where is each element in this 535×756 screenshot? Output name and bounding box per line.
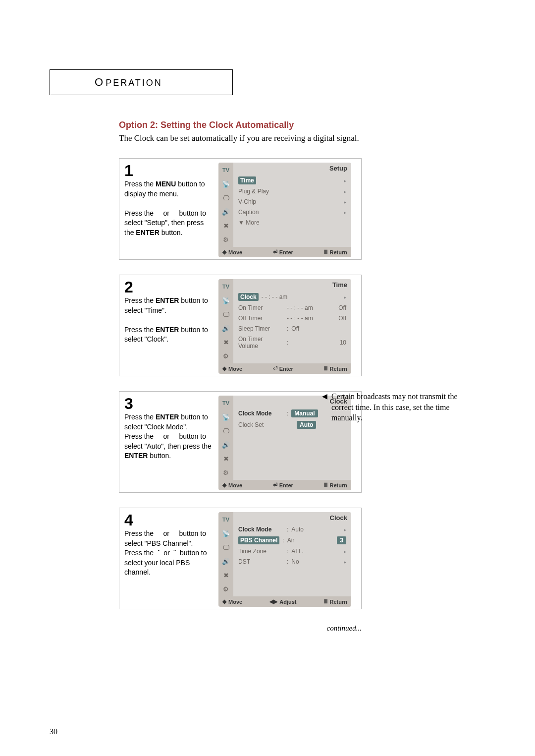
triangle-left-icon: ◀ (322, 391, 327, 423)
osd-row: Caption▸ (236, 208, 348, 217)
chevron-right-icon: ▸ (344, 527, 346, 532)
osd-row: On Timer- - : - - amOff (236, 303, 348, 312)
osd-footer-item: ◆Move (222, 482, 242, 488)
osd-row-label: Off Timer (238, 315, 284, 322)
osd-row-label: Sleep Timer (238, 325, 284, 332)
sliders-icon: ⚙ (219, 234, 232, 245)
osd-footer-item: ⅢReturn (324, 482, 347, 488)
osd-row: Time Zone:ATL.▸ (236, 547, 348, 556)
osd-row-label: V-Chip (238, 198, 284, 205)
updown-icon: ◆ (222, 365, 226, 372)
step-block: 1Press the MENU button to display the me… (119, 158, 362, 260)
return-icon: Ⅲ (324, 482, 328, 488)
osd-row-value: Auto (291, 526, 341, 533)
osd-row: Time▸ (236, 175, 348, 185)
osd-row-label: Caption (238, 209, 284, 216)
osd-row: Clock Mode:Auto▸ (236, 525, 348, 534)
chevron-right-icon: ▸ (344, 199, 346, 205)
osd-row-value2: Off (326, 315, 346, 322)
step-text: Press the or button to select "PBS Chann… (124, 529, 214, 578)
chevron-right-icon: ▸ (344, 559, 346, 565)
osd-row: Clock- - : - - am▸ (236, 292, 348, 302)
osd-screenshot: TV📡🖵🔊✖⚙ClockClock Mode:Auto▸PBS Channel:… (218, 512, 351, 607)
osd-row: V-Chip▸ (236, 197, 348, 206)
tools-icon: ✖ (219, 570, 232, 581)
TV-icon: TV (219, 514, 232, 525)
osd-row-label: ▼ More (238, 219, 284, 226)
osd-row-value: - - : - - am (287, 304, 323, 311)
osd-row-value: - - : - - am (262, 293, 341, 300)
osd-row: ▼ More (236, 218, 348, 227)
subheading: Option 2: Setting the Clock Automaticall… (119, 120, 485, 130)
osd-row-label: PBS Channel (238, 536, 279, 544)
leftright-icon: ◀▶ (269, 598, 277, 605)
osd-row-value: No (291, 558, 341, 565)
antenna-icon: 📡 (219, 411, 232, 422)
step-block: 4Press the or button to select "PBS Chan… (119, 508, 362, 609)
osd-row-value: 10 (291, 339, 346, 346)
monitor-icon: 🖵 (219, 542, 232, 553)
enter-icon: ⏎ (273, 365, 277, 372)
osd-row-label: Clock Mode (238, 526, 284, 533)
osd-row: On Timer Volume:10 (236, 335, 348, 350)
osd-footer-item: ⅢReturn (324, 365, 347, 372)
step-number: 1 (124, 163, 214, 178)
monitor-icon: 🖵 (219, 192, 232, 203)
osd-footer-item: ◆Move (222, 365, 242, 372)
osd-row-label: Time Zone (238, 548, 284, 555)
osd-row-label: Clock Set (238, 421, 284, 428)
osd-row-label: DST (238, 558, 284, 565)
side-note-text: Certain broadcasts may not transmit the … (331, 391, 476, 423)
step-number: 2 (124, 279, 214, 295)
osd-row: Off Timer- - : - - amOff (236, 314, 348, 323)
step-block: 2Press the ENTER button to select "Time"… (119, 275, 362, 376)
osd-row-value: - - : - - am (287, 315, 323, 322)
osd-row-label: Clock Mode (238, 410, 284, 417)
osd-screenshot: TV📡🖵🔊✖⚙SetupTime▸Plug & Play▸V-Chip▸Capt… (218, 163, 351, 257)
osd-row-label: Time (238, 176, 256, 184)
continued-label: continued... (119, 624, 362, 633)
osd-footer-item: ⏎Enter (273, 249, 293, 255)
step-text: Press the MENU button to display the men… (124, 179, 214, 238)
osd-row: DST:No▸ (236, 557, 348, 566)
enter-icon: ⏎ (273, 482, 277, 488)
speaker-icon: 🔊 (219, 323, 232, 334)
osd-footer: ◆Move◀▶AdjustⅢReturn (218, 596, 351, 607)
osd-highlighted-value: Auto (297, 421, 316, 429)
step-number: 3 (124, 396, 214, 411)
osd-row-value2: 3 (337, 536, 346, 544)
speaker-icon: 🔊 (219, 206, 232, 217)
osd-footer-item: ◀▶Adjust (269, 598, 296, 605)
monitor-icon: 🖵 (219, 425, 232, 436)
monitor-icon: 🖵 (219, 309, 232, 320)
section-header-rest: PERATION (106, 78, 162, 88)
osd-footer-item: ⏎Enter (273, 482, 293, 488)
sliders-icon: ⚙ (219, 583, 232, 594)
osd-row-label: Clock (238, 293, 259, 301)
chevron-right-icon: ▸ (344, 189, 346, 194)
sliders-icon: ⚙ (219, 350, 232, 361)
tools-icon: ✖ (219, 453, 232, 464)
chevron-right-icon: ▸ (344, 549, 346, 554)
side-note: ◀Certain broadcasts may not transmit the… (322, 391, 476, 423)
step-text: Press the ENTER button to select "Time".… (124, 296, 214, 345)
antenna-icon: 📡 (219, 528, 232, 539)
TV-icon: TV (219, 281, 232, 292)
osd-footer-item: ⅢReturn (324, 249, 347, 255)
step-number: 4 (124, 512, 214, 528)
osd-footer: ◆Move⏎EnterⅢReturn (218, 363, 351, 374)
osd-footer-item: ⏎Enter (273, 365, 293, 372)
return-icon: Ⅲ (324, 598, 328, 605)
osd-title: Time (332, 281, 347, 289)
TV-icon: TV (219, 398, 232, 408)
updown-icon: ◆ (222, 598, 226, 605)
chevron-right-icon: ▸ (344, 178, 346, 183)
osd-row-label: On Timer (238, 304, 284, 311)
osd-row: PBS Channel:Air3 (236, 535, 348, 545)
osd-footer-item: ⅢReturn (324, 598, 347, 605)
step-text: Press the ENTER button to select "Clock … (124, 412, 214, 461)
osd-row-label: On Timer Volume (238, 336, 284, 349)
osd-screenshot: TV📡🖵🔊✖⚙TimeClock- - : - - am▸On Timer- -… (218, 279, 351, 374)
section-header-big: O (95, 76, 105, 89)
osd-row-value: Off (291, 325, 346, 332)
